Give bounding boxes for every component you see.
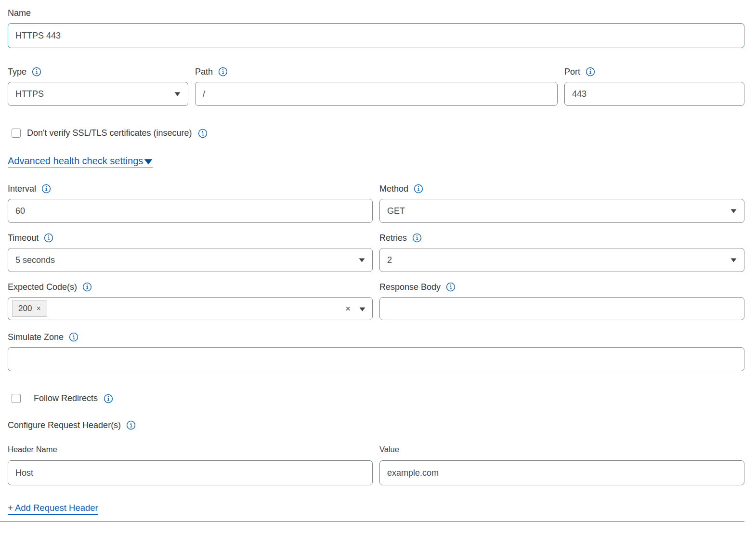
codes-body-row: Expected Code(s) 200 × × Response Body <box>8 282 744 320</box>
response-body-input[interactable] <box>379 297 744 320</box>
health-check-form: Name Type HTTPS Path <box>0 0 756 513</box>
follow-redirects-row: Follow Redirects <box>8 393 744 403</box>
verify-ssl-label[interactable]: Don't verify SSL/TLS certificates (insec… <box>27 128 192 138</box>
simulate-zone-input[interactable] <box>8 347 744 371</box>
add-request-header-link[interactable]: + Add Request Header <box>8 503 98 515</box>
method-label: Method <box>379 183 408 194</box>
info-icon[interactable] <box>104 394 113 403</box>
retries-label: Retries <box>379 233 407 243</box>
path-input[interactable] <box>195 82 558 106</box>
verify-ssl-row: Don't verify SSL/TLS certificates (insec… <box>8 128 744 138</box>
name-input[interactable] <box>8 23 744 48</box>
type-select-value: HTTPS <box>15 89 44 99</box>
info-icon[interactable] <box>218 67 228 77</box>
chevron-down-icon <box>730 209 737 213</box>
info-icon[interactable] <box>32 67 41 77</box>
chevron-down-icon <box>144 159 153 165</box>
request-headers-section-label: Configure Request Header(s) <box>8 420 121 430</box>
info-icon[interactable] <box>414 184 423 194</box>
interval-input[interactable] <box>8 199 373 223</box>
info-icon[interactable] <box>446 282 456 292</box>
follow-redirects-checkbox[interactable] <box>12 394 21 403</box>
info-icon[interactable] <box>82 282 92 292</box>
chevron-down-icon <box>174 92 181 96</box>
port-label: Port <box>564 66 580 77</box>
expected-codes-multiselect[interactable]: 200 × × <box>8 297 373 320</box>
header-value-field: Value <box>379 444 744 485</box>
retries-field: Retries 2 <box>379 233 744 272</box>
simulate-zone-field: Simulate Zone <box>8 332 744 371</box>
chevron-down-icon <box>359 258 365 262</box>
code-tag-value: 200 <box>18 304 32 313</box>
type-field: Type HTTPS <box>8 66 188 106</box>
method-select[interactable]: GET <box>379 199 744 223</box>
header-value-input[interactable] <box>379 460 744 485</box>
request-headers-section-row: Configure Request Header(s) <box>8 420 744 430</box>
advanced-settings-label: Advanced health check settings <box>8 156 143 167</box>
info-icon[interactable] <box>126 420 136 430</box>
header-row: Header Name Value <box>8 444 744 485</box>
header-name-input[interactable] <box>8 460 373 485</box>
timeout-field: Timeout 5 seconds <box>8 233 373 272</box>
path-label: Path <box>195 66 213 77</box>
info-icon[interactable] <box>69 332 78 342</box>
chevron-down-icon <box>359 304 365 314</box>
header-name-label: Header Name <box>8 444 57 455</box>
name-label-row: Name <box>8 8 744 18</box>
port-field: Port <box>564 66 744 106</box>
interval-method-row: Interval Method GET <box>8 183 744 223</box>
expected-codes-field: Expected Code(s) 200 × × <box>8 282 373 320</box>
interval-label: Interval <box>8 183 36 194</box>
retries-select-value: 2 <box>387 255 392 265</box>
method-field: Method GET <box>379 183 744 223</box>
info-icon[interactable] <box>412 233 422 243</box>
type-label: Type <box>8 66 26 77</box>
method-select-value: GET <box>387 206 405 216</box>
add-header-row: + Add Request Header <box>8 503 744 513</box>
section-divider <box>0 521 744 522</box>
timeout-select[interactable]: 5 seconds <box>8 248 373 272</box>
timeout-select-value: 5 seconds <box>15 255 55 265</box>
follow-redirects-label[interactable]: Follow Redirects <box>34 393 98 403</box>
advanced-settings-toggle[interactable]: Advanced health check settings <box>8 156 153 168</box>
retries-select[interactable]: 2 <box>379 248 744 272</box>
path-field: Path <box>195 66 558 106</box>
header-value-label: Value <box>379 444 399 455</box>
header-name-field: Header Name <box>8 444 373 485</box>
info-icon[interactable] <box>586 67 595 77</box>
interval-field: Interval <box>8 183 373 223</box>
advanced-settings-row: Advanced health check settings <box>8 156 744 168</box>
response-body-field: Response Body <box>379 282 744 320</box>
clear-all-icon[interactable]: × <box>345 303 351 314</box>
info-icon[interactable] <box>41 184 51 194</box>
chevron-down-icon <box>730 258 737 262</box>
expected-codes-label: Expected Code(s) <box>8 282 77 292</box>
name-label: Name <box>8 8 31 18</box>
simulate-zone-label: Simulate Zone <box>8 332 64 342</box>
type-select[interactable]: HTTPS <box>8 82 188 106</box>
info-icon[interactable] <box>44 233 53 243</box>
response-body-label: Response Body <box>379 282 441 292</box>
code-tag: 200 × <box>12 300 47 317</box>
timeout-retries-row: Timeout 5 seconds Retries 2 <box>8 233 744 272</box>
timeout-label: Timeout <box>8 233 39 243</box>
verify-ssl-checkbox[interactable] <box>12 129 21 138</box>
type-path-port-row: Type HTTPS Path Port <box>8 66 744 106</box>
remove-tag-icon[interactable]: × <box>36 304 40 313</box>
info-icon[interactable] <box>198 129 208 138</box>
port-input[interactable] <box>564 82 744 106</box>
